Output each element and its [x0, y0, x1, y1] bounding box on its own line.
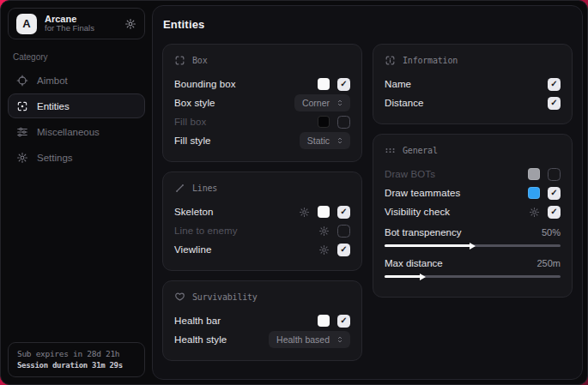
chevrons-up-down-icon — [336, 335, 344, 344]
row-fill-box: Fill box — [174, 112, 350, 131]
row-label: Fill box — [174, 117, 318, 127]
row-box-style: Box style Corner — [174, 93, 350, 112]
row-viewline: Viewline — [174, 240, 350, 259]
row-label: Line to enemy — [174, 226, 318, 236]
row-label: Health bar — [174, 316, 318, 326]
row-health-bar: Health bar — [174, 311, 350, 330]
scan-icon — [16, 100, 28, 112]
sidebar-item-label: Entities — [37, 101, 70, 111]
slider-value: 50% — [542, 227, 561, 238]
page-title: Entities — [163, 18, 573, 31]
card-title: Box — [192, 56, 207, 65]
logo-gear-icon[interactable] — [124, 18, 136, 30]
row-label: Visibility check — [385, 207, 529, 217]
right-column: Information Name Distance — [373, 44, 573, 307]
row-health-style: Health style Health based — [174, 330, 350, 349]
card-survivability: Survivability Health bar Health style He… — [162, 280, 362, 361]
name-checkbox[interactable] — [548, 78, 561, 91]
information-icon — [385, 55, 396, 66]
color-swatch[interactable] — [318, 78, 330, 90]
distance-checkbox[interactable] — [548, 97, 561, 110]
row-label: Draw BOTs — [385, 169, 528, 179]
row-bounding-box: Bounding box — [174, 75, 350, 93]
card-lines: Lines Skeleton Line to enem — [162, 171, 362, 271]
card-title: Survivability — [192, 292, 258, 302]
line-to-enemy-settings-gear-icon[interactable] — [318, 226, 330, 237]
max-distance-slider[interactable] — [385, 275, 561, 278]
chevrons-up-down-icon — [336, 99, 344, 107]
session-duration: Session duration 31m 29s — [17, 361, 136, 370]
logo-text: Arcane for The Finals — [45, 14, 94, 34]
color-swatch[interactable] — [318, 315, 330, 327]
slider-fill — [385, 275, 423, 278]
row-label: Box style — [174, 98, 294, 108]
row-distance: Distance — [385, 93, 561, 112]
card-box: Box Bounding box Box style Corner — [162, 44, 362, 162]
sidebar-item-miscellaneous[interactable]: Miscellaneous — [8, 119, 145, 144]
card-title: Lines — [192, 183, 217, 193]
health-bar-checkbox[interactable] — [337, 315, 350, 328]
sidebar-item-label: Miscellaneous — [37, 127, 100, 137]
fill-box-checkbox[interactable] — [337, 116, 350, 129]
skeleton-settings-gear-icon[interactable] — [299, 207, 310, 218]
health-style-select[interactable]: Health based — [269, 331, 350, 348]
category-label: Category — [13, 52, 140, 62]
row-label: Skeleton — [174, 207, 299, 217]
slider-label: Bot transpenency — [385, 227, 542, 238]
select-value: Static — [307, 135, 330, 146]
chevrons-up-down-icon — [336, 136, 344, 145]
row-draw-bots: Draw BOTs — [385, 165, 561, 183]
color-swatch[interactable] — [318, 116, 330, 128]
sub-expiry: Sub expires in 28d 21h — [17, 349, 136, 358]
row-skeleton: Skeleton — [174, 202, 350, 221]
row-visibility-check: Visibility check — [385, 202, 561, 221]
box-style-select[interactable]: Corner — [294, 94, 350, 111]
app-subtitle: for The Finals — [45, 24, 94, 33]
row-line-to-enemy: Line to enemy — [174, 221, 350, 240]
slider-thumb[interactable] — [420, 274, 429, 280]
left-column: Box Bounding box Box style Corner — [162, 44, 362, 370]
line-to-enemy-checkbox[interactable] — [337, 225, 350, 238]
sidebar-item-aimbot[interactable]: Aimbot — [8, 68, 145, 93]
logo-card: A Arcane for The Finals — [8, 8, 145, 39]
visibility-settings-gear-icon[interactable] — [529, 207, 540, 218]
slider-fill — [385, 244, 473, 247]
sidebar-item-label: Aimbot — [37, 75, 68, 86]
draw-bots-checkbox[interactable] — [548, 168, 561, 181]
crosshair-icon — [16, 75, 28, 87]
sidebar: A Arcane for The Finals Category Aimbot … — [1, 1, 152, 384]
select-value: Corner — [302, 98, 330, 108]
fill-style-select[interactable]: Static — [300, 132, 350, 149]
sidebar-item-entities[interactable]: Entities — [8, 93, 145, 118]
grid-dots-icon — [385, 145, 396, 156]
card-general: General Draw BOTs Draw teammates — [373, 134, 573, 298]
viewline-checkbox[interactable] — [337, 244, 350, 256]
slider-thumb[interactable] — [470, 243, 479, 250]
row-name: Name — [385, 75, 561, 93]
color-swatch[interactable] — [318, 206, 330, 218]
sidebar-item-label: Settings — [37, 153, 73, 163]
card-title: Information — [403, 56, 458, 65]
slider-value: 250m — [536, 258, 561, 268]
bot-transparency-slider-group: Bot transpenency 50% — [385, 224, 561, 247]
sidebar-item-settings[interactable]: Settings — [8, 145, 145, 170]
row-draw-teammates: Draw teammates — [385, 183, 561, 202]
skeleton-checkbox[interactable] — [337, 206, 350, 219]
gear-icon — [16, 152, 28, 164]
bounding-box-checkbox[interactable] — [337, 78, 350, 91]
row-label: Fill style — [174, 135, 300, 146]
heart-icon — [174, 292, 185, 303]
viewline-settings-gear-icon[interactable] — [318, 244, 330, 256]
row-label: Viewline — [174, 244, 318, 255]
app-logo: A — [16, 14, 37, 34]
bot-transparency-slider[interactable] — [385, 244, 561, 247]
color-swatch[interactable] — [528, 187, 540, 199]
row-label: Distance — [385, 98, 548, 108]
row-label: Health style — [174, 334, 269, 345]
box-corners-icon — [174, 55, 185, 66]
draw-teammates-checkbox[interactable] — [548, 187, 561, 200]
row-fill-style: Fill style Static — [174, 131, 350, 150]
visibility-check-checkbox[interactable] — [548, 206, 561, 219]
subscription-info: Sub expires in 28d 21h Session duration … — [8, 342, 145, 377]
color-swatch[interactable] — [528, 168, 540, 180]
